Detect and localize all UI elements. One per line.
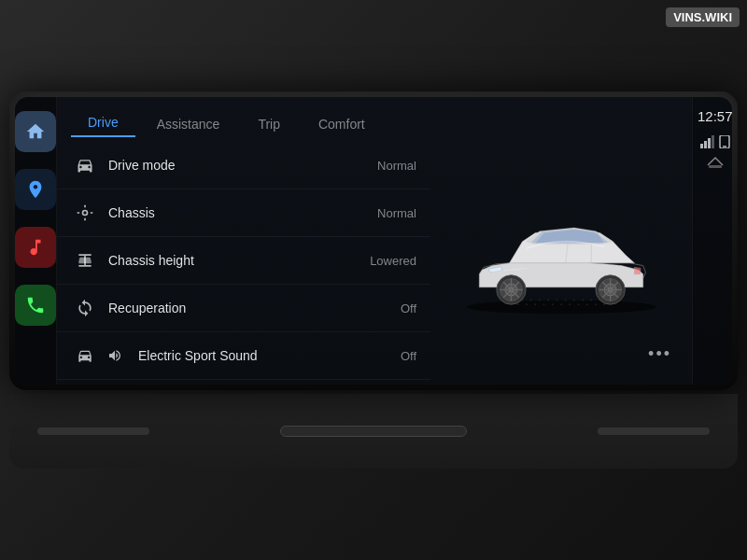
vent-left — [37, 427, 149, 435]
svg-rect-43 — [708, 138, 711, 148]
svg-point-14 — [530, 299, 532, 301]
recuperation-label: Recuperation — [108, 301, 401, 315]
electric-sport-sound-car-icon — [71, 342, 99, 370]
sidebar-music-icon[interactable] — [15, 227, 56, 268]
svg-rect-47 — [709, 165, 722, 168]
warning-row — [706, 156, 725, 169]
settings-item-chassis-height[interactable]: Chassis height Lowered — [57, 237, 430, 285]
signal-row — [700, 135, 730, 148]
svg-point-15 — [539, 299, 541, 301]
dashboard-surround: Drive Assistance Trip Comfort — [9, 91, 738, 390]
signal-bars-icon — [700, 135, 715, 148]
sidebar — [15, 97, 57, 385]
tab-bar: Drive Assistance Trip Comfort — [57, 97, 692, 137]
svg-point-7 — [560, 303, 562, 305]
electric-sport-sound-wave-icon — [101, 342, 129, 370]
tab-assistance[interactable]: Assistance — [140, 111, 237, 137]
watermark: VINS.WIKI — [666, 7, 740, 27]
svg-point-17 — [556, 299, 557, 301]
svg-point-9 — [578, 303, 580, 305]
recuperation-icon — [71, 294, 99, 322]
recuperation-value: Off — [401, 301, 416, 315]
electric-sport-sound-value: Off — [401, 349, 416, 363]
settings-item-recuperation[interactable]: Recuperation Off — [57, 285, 430, 332]
svg-point-0 — [83, 211, 88, 216]
svg-point-8 — [569, 303, 571, 305]
svg-point-4 — [534, 303, 536, 305]
car-svg — [440, 205, 683, 317]
time-display: 12:57 — [698, 108, 732, 124]
three-dots-menu[interactable]: ••• — [648, 344, 671, 364]
outer-container: VINS.WIKI — [0, 0, 747, 560]
tab-trip[interactable]: Trip — [241, 111, 297, 137]
chassis-label: Chassis — [108, 205, 377, 220]
chassis-icon — [71, 199, 99, 227]
svg-point-21 — [590, 299, 592, 301]
content-area: Drive Assistance Trip Comfort — [57, 97, 692, 385]
svg-point-11 — [595, 303, 597, 305]
electric-sport-sound-label: Electric Sport Sound — [138, 348, 401, 363]
svg-point-6 — [552, 303, 554, 305]
svg-rect-41 — [700, 144, 703, 148]
settings-item-chassis[interactable]: Chassis Normal — [57, 189, 430, 237]
drive-mode-icon — [71, 151, 99, 179]
drive-mode-value: Normal — [377, 159, 416, 173]
car-visual: ••• — [440, 147, 683, 375]
svg-rect-44 — [712, 135, 714, 148]
svg-point-18 — [565, 299, 567, 301]
svg-point-16 — [547, 299, 549, 301]
svg-point-5 — [543, 303, 545, 305]
sidebar-home-icon[interactable] — [15, 111, 56, 152]
chassis-value: Normal — [377, 206, 416, 220]
chassis-height-label: Chassis height — [108, 253, 370, 268]
tab-comfort[interactable]: Comfort — [302, 111, 382, 137]
status-warning-icon — [706, 156, 725, 169]
main-content: Drive mode Normal Chassis — [57, 137, 692, 385]
svg-point-2 — [517, 303, 519, 305]
sidebar-phone-icon[interactable] — [15, 285, 56, 326]
svg-point-20 — [582, 299, 584, 301]
chassis-height-value: Lowered — [370, 254, 416, 268]
vent-right — [598, 427, 710, 435]
svg-point-19 — [573, 299, 575, 301]
bottom-dashboard — [9, 394, 738, 469]
sidebar-navigation-icon[interactable] — [15, 169, 56, 210]
svg-rect-42 — [704, 141, 707, 148]
status-area: 12:57 — [692, 97, 732, 385]
car-visualization-area: ••• — [430, 137, 692, 385]
center-console-strip — [280, 426, 467, 437]
settings-item-drive-mode[interactable]: Drive mode Normal — [57, 142, 430, 189]
svg-point-1 — [466, 300, 655, 314]
chassis-height-icon — [71, 246, 99, 274]
svg-point-3 — [526, 303, 528, 305]
tab-drive[interactable]: Drive — [71, 109, 135, 137]
phone-signal-icon — [719, 135, 730, 148]
svg-point-10 — [586, 303, 588, 305]
status-icons — [700, 135, 730, 169]
main-screen: Drive Assistance Trip Comfort — [15, 97, 732, 385]
settings-list: Drive mode Normal Chassis — [57, 137, 430, 385]
drive-mode-label: Drive mode — [108, 158, 377, 173]
settings-item-electric-sport-sound[interactable]: Electric Sport Sound Off — [57, 332, 430, 380]
